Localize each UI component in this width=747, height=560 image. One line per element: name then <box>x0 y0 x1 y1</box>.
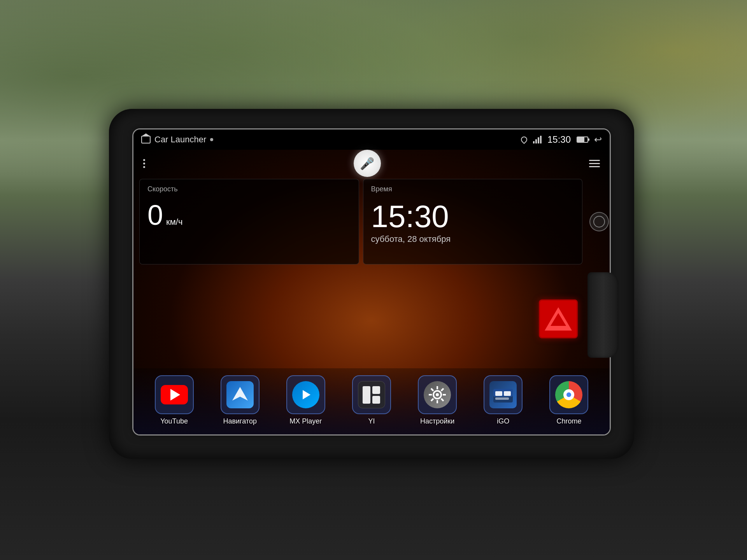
battery-icon <box>577 136 588 143</box>
svg-line-12 <box>441 399 444 401</box>
svg-marker-0 <box>232 387 248 401</box>
action-bar: 🎤 <box>133 150 610 177</box>
svg-rect-2 <box>363 386 370 404</box>
chrome-icon-bg <box>555 381 582 408</box>
chrome-label: Chrome <box>556 417 581 425</box>
hamburger-menu-button[interactable] <box>589 160 600 167</box>
date-display: суббота, 28 октября <box>371 234 575 244</box>
svg-line-14 <box>431 399 433 401</box>
settings-svg-icon <box>427 384 448 406</box>
yi-icon-bg <box>358 381 385 408</box>
navigator-icon-bg <box>226 381 254 408</box>
time-widget-label: Время <box>371 185 575 193</box>
home-icon <box>141 136 151 144</box>
voice-button[interactable]: 🎤 <box>354 150 381 177</box>
svg-rect-17 <box>495 391 502 396</box>
settings-icon-bg <box>424 381 451 408</box>
speed-unit: км/ч <box>166 217 182 227</box>
app-dock: YouTube Навигатор <box>133 368 610 434</box>
mxplayer-svg-icon <box>298 387 314 402</box>
svg-rect-3 <box>372 386 380 394</box>
yi-svg-icon <box>361 384 382 406</box>
back-icon[interactable]: ↩ <box>594 134 602 145</box>
round-button-inner <box>593 216 605 228</box>
igo-label: iGO <box>497 417 509 425</box>
status-right: 15:30 ↩ <box>521 134 602 145</box>
hazard-button[interactable] <box>539 299 578 338</box>
chrome-inner-circle <box>563 389 574 400</box>
navigator-icon-wrapper <box>221 375 260 414</box>
gps-icon <box>520 135 529 144</box>
battery-fill <box>577 137 584 142</box>
time-display: 15:30 <box>371 201 575 232</box>
side-button <box>588 179 610 264</box>
screen-bezel: Car Launcher 15:30 ↩ <box>132 128 611 436</box>
dashboard-frame: Car Launcher 15:30 ↩ <box>109 109 634 459</box>
dots-menu-button[interactable] <box>143 159 145 168</box>
app-item-mxplayer[interactable]: MX Player <box>279 375 333 425</box>
door-handle <box>587 272 619 358</box>
app-item-chrome[interactable]: Chrome <box>542 375 596 425</box>
time-widget: Время 15:30 суббота, 28 октября <box>363 179 583 264</box>
mxplayer-icon-bg <box>292 381 319 408</box>
mxplayer-icon-wrapper <box>286 375 325 414</box>
main-content: 🎤 Скорость 0 км/ч <box>133 150 610 434</box>
chrome-icon-wrapper <box>549 375 588 414</box>
navigator-svg-icon <box>230 385 250 404</box>
microphone-icon: 🎤 <box>360 157 374 170</box>
app-item-yi[interactable]: YI <box>344 375 399 425</box>
speed-widget: Скорость 0 км/ч <box>139 179 359 264</box>
round-side-button[interactable] <box>589 212 609 231</box>
yi-icon-wrapper <box>352 375 391 414</box>
igo-icon-wrapper <box>484 375 523 414</box>
widgets-area: Скорость 0 км/ч Время 15:30 суббота, 28 … <box>139 179 582 264</box>
youtube-play-icon <box>170 389 180 401</box>
app-item-navigator[interactable]: Навигатор <box>213 375 267 425</box>
settings-label: Настройки <box>420 417 454 425</box>
notification-dot <box>210 138 213 141</box>
igo-icon-bg <box>489 381 517 408</box>
speed-label: Скорость <box>147 185 351 193</box>
svg-point-6 <box>436 393 439 396</box>
status-time: 15:30 <box>547 134 571 145</box>
svg-marker-1 <box>303 390 310 399</box>
status-bar: Car Launcher 15:30 ↩ <box>133 130 610 150</box>
status-left: Car Launcher <box>141 135 213 145</box>
android-screen: Car Launcher 15:30 ↩ <box>133 130 610 434</box>
mxplayer-label: MX Player <box>289 417 322 425</box>
igo-svg-icon <box>491 385 515 404</box>
yi-label: YI <box>368 417 375 425</box>
youtube-icon-wrapper <box>155 375 194 414</box>
hazard-triangle-icon <box>545 307 572 331</box>
app-item-youtube[interactable]: YouTube <box>147 375 202 425</box>
svg-line-13 <box>441 388 444 391</box>
wifi-icon <box>533 136 542 144</box>
settings-icon-wrapper <box>418 375 457 414</box>
app-name-label: Car Launcher <box>154 135 206 145</box>
speed-value-container: 0 км/ч <box>147 201 351 229</box>
app-item-settings[interactable]: Настройки <box>410 375 465 425</box>
speed-number: 0 <box>147 201 163 229</box>
svg-rect-4 <box>372 396 380 404</box>
app-item-igo[interactable]: iGO <box>476 375 530 425</box>
svg-rect-19 <box>495 397 509 400</box>
youtube-label: YouTube <box>160 417 188 425</box>
youtube-icon-bg <box>161 385 188 404</box>
navigator-label: Навигатор <box>223 417 256 425</box>
svg-rect-18 <box>504 391 511 396</box>
svg-line-11 <box>431 388 433 391</box>
